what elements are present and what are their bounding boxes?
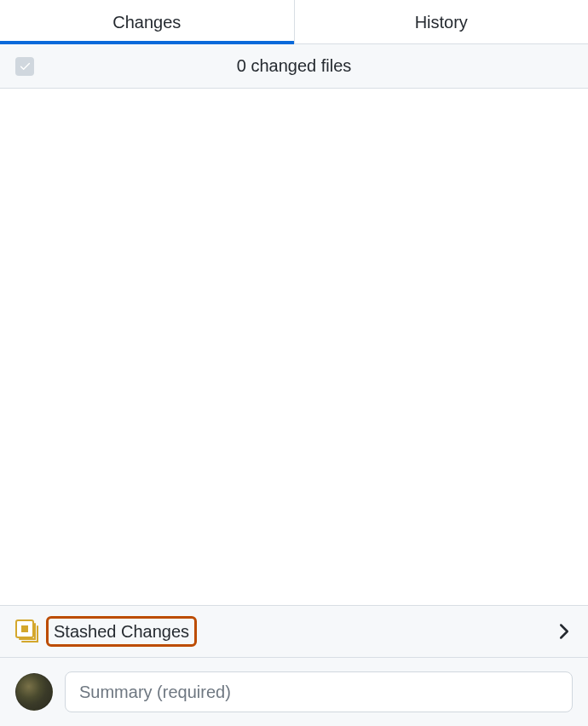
changes-list-empty (0, 89, 588, 605)
avatar (15, 673, 53, 711)
tab-history-label: History (415, 13, 468, 32)
commit-summary-row (0, 658, 588, 726)
stashed-changes-label: Stashed Changes (46, 616, 197, 647)
tab-history[interactable]: History (295, 0, 589, 43)
commit-summary-input[interactable] (65, 671, 573, 712)
tabs-container: Changes History (0, 0, 588, 44)
svg-rect-1 (21, 625, 28, 632)
tab-changes-label: Changes (112, 13, 181, 32)
stash-icon (15, 619, 39, 643)
tab-changes[interactable]: Changes (0, 0, 295, 43)
changed-files-bar: 0 changed files (0, 44, 588, 89)
stashed-changes-row[interactable]: Stashed Changes (0, 605, 588, 658)
changed-files-label: 0 changed files (15, 56, 573, 76)
chevron-right-icon (556, 623, 573, 640)
